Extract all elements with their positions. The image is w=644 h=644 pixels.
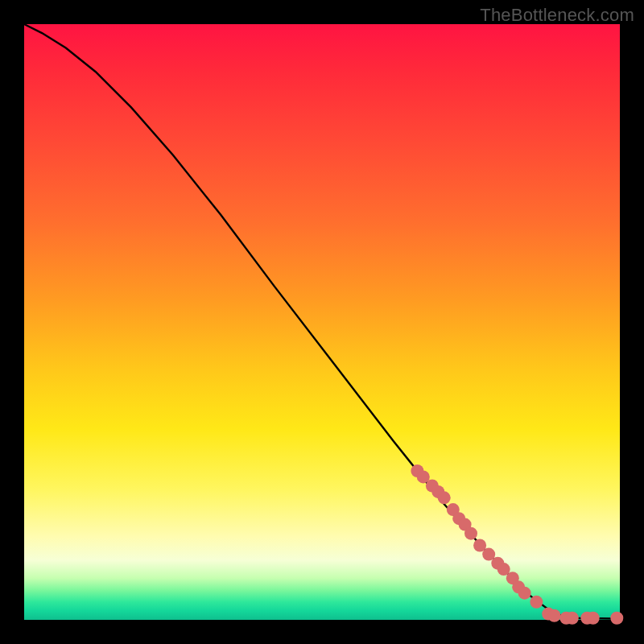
data-marker — [438, 491, 451, 504]
data-marker — [610, 612, 623, 625]
chart-frame: TheBottleneck.com — [0, 0, 644, 644]
data-markers — [411, 464, 623, 625]
data-marker — [548, 609, 561, 622]
data-marker — [530, 596, 543, 609]
plot-area — [24, 24, 620, 620]
chart-overlay-svg — [24, 24, 620, 620]
bottleneck-curve — [24, 24, 620, 619]
watermark-text: TheBottleneck.com — [480, 5, 634, 26]
data-marker — [566, 612, 579, 625]
data-marker — [518, 587, 531, 600]
data-marker — [587, 612, 600, 625]
data-marker — [464, 527, 477, 540]
